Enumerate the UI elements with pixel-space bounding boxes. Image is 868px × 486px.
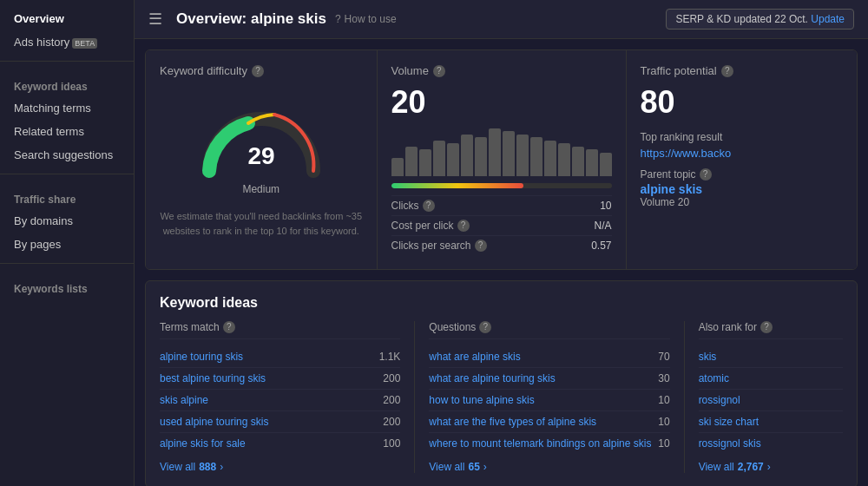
question-value: 10 (658, 416, 669, 428)
also-rank-col: Also rank for ? skisatomicrossignolski s… (685, 321, 843, 473)
also-rank-header: Also rank for ? (699, 321, 843, 339)
volume-info-icon[interactable]: ? (433, 65, 445, 77)
also-rank-link[interactable]: atomic (699, 372, 729, 384)
volume-card: Volume ? 20 Clicks ? 10 Cost per click ? (378, 50, 627, 269)
menu-icon[interactable]: ☰ (148, 10, 162, 29)
sidebar-item-search-suggestions[interactable]: Search suggestions (0, 143, 134, 167)
topbar-right: SERP & KD updated 22 Oct. Update (666, 9, 854, 30)
terms-match-col: Terms match ? alpine touring skis1.1Kbes… (160, 321, 415, 473)
cpc-info-icon[interactable]: ? (457, 220, 470, 232)
list-item: alpine skis for sale100 (160, 433, 400, 454)
also-rank-link[interactable]: rossignol skis (699, 437, 761, 450)
question-value: 70 (658, 351, 669, 363)
volume-value: 20 (391, 84, 612, 121)
also-rank-link[interactable]: skis (699, 351, 717, 363)
terms-match-view-all[interactable]: View all 888 › (160, 461, 400, 473)
question-link[interactable]: what are the five types of alpine skis (429, 416, 596, 428)
sidebar-item-by-pages[interactable]: By pages (0, 233, 134, 256)
kd-title: Keyword difficulty ? (160, 64, 363, 77)
topbar: ☰ Overview: alpine skis ? How to use SER… (135, 0, 868, 39)
clicks-label: Clicks ? (391, 200, 435, 212)
cpc-stat-row: Cost per click ? N/A (391, 215, 612, 235)
terms-match-info-icon[interactable]: ? (223, 321, 235, 333)
top-ranking-label: Top ranking result (641, 131, 844, 143)
term-link[interactable]: best alpine touring skis (160, 372, 266, 384)
estimate-text: We estimate that you'll need backlinks f… (160, 209, 363, 238)
volume-bar (391, 158, 404, 176)
list-item: atomic (699, 368, 843, 390)
questions-chevron: › (483, 461, 487, 473)
sidebar-item-overview[interactable]: Overview (0, 7, 134, 30)
page-title: Overview: alpine skis (176, 10, 326, 28)
serp-badge: SERP & KD updated 22 Oct. Update (666, 9, 854, 30)
also-rank-rows: skisatomicrossignolski size chartrossign… (699, 346, 843, 454)
cps-info-icon[interactable]: ? (475, 240, 487, 252)
volume-bar (572, 147, 584, 176)
main-content: ☰ Overview: alpine skis ? How to use SER… (135, 0, 868, 486)
keyword-ideas-section: Keyword ideas Terms match ? alpine touri… (145, 280, 858, 486)
gauge-svg: 29 (192, 93, 331, 180)
kd-info-icon[interactable]: ? (252, 65, 264, 77)
list-item: what are the five types of alpine skis10 (429, 411, 669, 433)
questions-rows: what are alpine skis70what are alpine to… (429, 346, 669, 454)
parent-volume: Volume 20 (641, 196, 844, 208)
sidebar-item-related-terms[interactable]: Related terms (0, 120, 134, 143)
cps-stat-row: Clicks per search ? 0.57 (391, 235, 612, 255)
volume-title: Volume ? (391, 64, 612, 77)
sidebar-divider-1 (0, 61, 134, 62)
clicks-info-icon[interactable]: ? (423, 200, 435, 212)
top-ranking-link[interactable]: https://www.backo (641, 147, 844, 160)
volume-bar (558, 143, 570, 176)
volume-bar (433, 141, 445, 176)
volume-bar (544, 141, 556, 176)
parent-topic-info-icon[interactable]: ? (700, 168, 712, 181)
term-link[interactable]: alpine touring skis (160, 351, 243, 363)
svg-text:29: 29 (247, 142, 274, 169)
term-value: 200 (383, 394, 400, 406)
sidebar-item-by-domains[interactable]: By domains (0, 209, 134, 233)
question-link[interactable]: where to mount telemark bindings on alpi… (429, 437, 651, 450)
volume-bar (503, 131, 515, 176)
question-link[interactable]: how to tune alpine skis (429, 394, 534, 406)
sidebar-item-matching-terms[interactable]: Matching terms (0, 96, 134, 120)
gauge-container: 29 Medium (160, 84, 363, 195)
term-link[interactable]: skis alpine (160, 394, 208, 406)
list-item: used alpine touring skis200 (160, 411, 400, 433)
tp-info-icon[interactable]: ? (721, 65, 733, 77)
volume-bar (530, 137, 542, 176)
update-link[interactable]: Update (811, 13, 845, 25)
question-link[interactable]: what are alpine skis (429, 351, 520, 363)
terms-match-rows: alpine touring skis1.1Kbest alpine touri… (160, 346, 400, 454)
questions-count: 65 (468, 461, 479, 473)
cpc-label: Cost per click ? (391, 220, 470, 232)
also-rank-info-icon[interactable]: ? (760, 321, 773, 333)
also-rank-count: 2,767 (738, 461, 764, 473)
question-value: 30 (658, 372, 669, 384)
term-link[interactable]: used alpine touring skis (160, 416, 268, 428)
questions-view-all[interactable]: View all 65 › (429, 461, 669, 473)
list-item: what are alpine skis70 (429, 346, 669, 368)
list-item: best alpine touring skis200 (160, 368, 400, 390)
traffic-potential-card: Traffic potential ? 80 Top ranking resul… (627, 50, 858, 269)
also-rank-view-all[interactable]: View all 2,767 › (699, 461, 843, 473)
sidebar-item-ads-history[interactable]: Ads historyBETA (0, 30, 134, 54)
volume-bar (475, 137, 487, 176)
questions-info-icon[interactable]: ? (479, 321, 491, 333)
parent-topic-link[interactable]: alpine skis (641, 182, 844, 196)
list-item: where to mount telemark bindings on alpi… (429, 433, 669, 454)
parent-topic-label: Parent topic ? (641, 168, 844, 181)
also-rank-link[interactable]: ski size chart (699, 416, 759, 428)
term-link[interactable]: alpine skis for sale (160, 437, 246, 450)
also-rank-link[interactable]: rossignol (699, 394, 740, 406)
how-to-use-link[interactable]: ? How to use (335, 13, 397, 25)
question-value: 10 (658, 394, 669, 406)
term-value: 1.1K (379, 351, 401, 363)
cards-row: Keyword difficulty ? 29 Medium (145, 49, 858, 270)
volume-bar (419, 149, 431, 176)
clicks-value: 10 (600, 200, 611, 212)
clicks-bar-container (391, 183, 612, 188)
volume-bar (405, 147, 418, 176)
question-link[interactable]: what are alpine touring skis (429, 372, 555, 384)
topbar-left: ☰ Overview: alpine skis ? How to use (148, 10, 397, 29)
questions-col: Questions ? what are alpine skis70what a… (415, 321, 684, 473)
